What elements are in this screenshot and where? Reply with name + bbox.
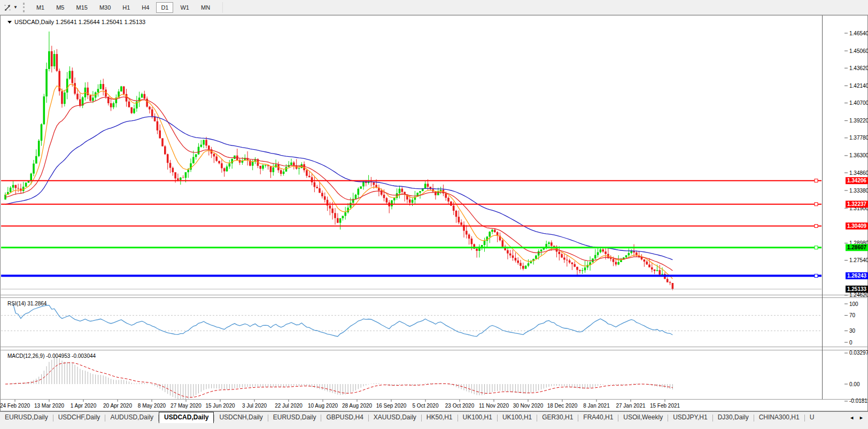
time-axis-label: 1 Apr 2020 (71, 403, 97, 409)
level-price-tag-text: 1.28607 (847, 244, 867, 250)
chart-tab-eurusd-daily[interactable]: EURUSD,Daily (268, 412, 321, 424)
current-price-tag-text: 1.25133 (847, 286, 867, 292)
macd-axis-label: -0.018154 (849, 398, 868, 404)
time-axis-label: 27 Jan 2021 (616, 403, 645, 409)
price-axis-label: 1.43620 (849, 65, 868, 71)
price-axis-label: 1.36300 (849, 152, 868, 158)
chart-window: 1.465401.450601.436201.421401.407001.392… (0, 15, 868, 411)
time-axis-label: 22 Jul 2020 (275, 403, 303, 409)
time-axis-label: 28 Aug 2020 (342, 403, 373, 409)
level-price-tag-text: 1.30409 (847, 223, 867, 229)
bottom-strip (0, 423, 868, 429)
time-axis-label: 8 Jan 2021 (583, 403, 610, 409)
time-axis-label: 18 Dec 2020 (547, 403, 578, 409)
chart-tabs-bar: EURUSD,DailyUSDCHF,DailyAUDUSD,DailyUSDC… (0, 411, 868, 424)
time-axis-label: 13 Mar 2020 (34, 403, 65, 409)
level-line-handle (815, 246, 818, 249)
cursor-tool-glyph (3, 3, 12, 12)
price-axis-label: 1.45060 (849, 48, 868, 54)
timeframe-button-M15[interactable]: M15 (71, 2, 92, 13)
toolbar-grip[interactable] (23, 3, 25, 12)
chart-tab-usdjpy-h1[interactable]: USDJPY,H1 (668, 412, 712, 424)
time-axis-label: 23 Oct 2020 (445, 403, 475, 409)
tabs-scroll-arrows: ◄ ► (845, 412, 868, 424)
time-axis-label: 15 Jun 2020 (205, 403, 235, 409)
timeframe-button-H1[interactable]: H1 (118, 2, 135, 13)
time-axis-label: 15 Feb 2021 (650, 403, 680, 409)
tabs-scroll-right-icon[interactable]: ► (859, 415, 864, 420)
price-axis-label: 1.46540 (849, 30, 868, 36)
time-axis-label: 5 Oct 2020 (413, 403, 439, 409)
chart-tab-dj30-daily[interactable]: DJ30,Daily (713, 412, 754, 424)
time-axis-label: 8 May 2020 (138, 403, 166, 409)
level-line-handle (815, 203, 818, 206)
rsi-axis-label: 0 (849, 340, 852, 346)
toolbar-separator (222, 2, 223, 13)
level-price-tag-text: 1.34206 (847, 178, 867, 183)
chart-tab-usdcad-daily[interactable]: USDCAD,Daily (159, 412, 214, 424)
chart-tab-gbpusd-h4[interactable]: GBPUSD,H4 (321, 412, 368, 424)
timeframe-button-M5[interactable]: M5 (51, 2, 69, 13)
time-axis-label: 30 Nov 2020 (513, 403, 544, 409)
rsi-axis-label: 30 (849, 328, 856, 334)
price-axis-label: 1.37780 (849, 135, 868, 141)
chart-tab-usoil-weekly[interactable]: USOil,Weekly (618, 412, 668, 424)
price-axis-label: 1.34860 (849, 170, 868, 176)
time-axis-label: 20 Apr 2020 (103, 403, 132, 409)
chart-tab-audusd-daily[interactable]: AUDUSD,Daily (105, 412, 158, 424)
price-axis-label: 1.39220 (849, 118, 868, 124)
level-line-handle (815, 225, 818, 228)
chart-tab-hk50-h1[interactable]: HK50,H1 (422, 412, 458, 424)
chart-tab-fra40-h1[interactable]: FRA40,H1 (578, 412, 618, 424)
chart-tab-usdcnh-daily[interactable]: USDCNH,Daily (214, 412, 267, 424)
rsi-axis-label: 100 (849, 301, 858, 307)
timeframe-button-W1[interactable]: W1 (175, 2, 194, 13)
time-axis-label: 3 Jul 2020 (242, 403, 267, 409)
price-axis-label: 1.24620 (849, 292, 868, 298)
chart-title: USDCAD,Daily 1.25641 1.25644 1.25041 1.2… (14, 19, 145, 25)
macd-axis-label: 0.032972 (849, 350, 868, 356)
level-price-tag-text: 1.32237 (847, 201, 867, 207)
time-axis-label: 16 Sep 2020 (376, 403, 407, 409)
tool-dropdown-caret-icon[interactable]: ▼ (13, 5, 18, 10)
rsi-indicator-label: RSI(14) 31.2864 (7, 301, 47, 307)
chart-tab-uk100-h1[interactable]: UK100,H1 (458, 412, 497, 424)
chart-tab-eurusd-daily[interactable]: EURUSD,Daily (0, 412, 53, 424)
timeframe-button-D1[interactable]: D1 (156, 2, 173, 13)
chart-tab-usdchf-daily[interactable]: USDCHF,Daily (53, 412, 105, 424)
timeframe-button-M30[interactable]: M30 (95, 2, 115, 13)
level-line-handle (815, 179, 818, 182)
macd-axis-label: 0.00 (849, 381, 860, 387)
chart-tab-ger30-h1[interactable]: GER30,H1 (537, 412, 578, 424)
level-line-handle (815, 274, 818, 278)
chart-tab-uk100-h1[interactable]: UK100,H1 (498, 412, 537, 424)
price-axis-label: 1.40700 (849, 100, 868, 106)
timeframe-button-H4[interactable]: H4 (137, 2, 154, 13)
chart-tabs-list: EURUSD,DailyUSDCHF,DailyAUDUSD,DailyUSDC… (0, 412, 845, 424)
macd-indicator-label: MACD(12,26,9) -0.004953 -0.003044 (7, 353, 96, 359)
rsi-axis-label: 70 (849, 312, 856, 318)
chart-background (0, 15, 868, 411)
price-axis-label: 1.33380 (849, 188, 868, 194)
cursor-tool-icon[interactable] (3, 3, 12, 12)
price-axis-label: 1.42140 (849, 83, 868, 89)
timeframe-button-M1[interactable]: M1 (32, 2, 49, 13)
level-price-tag-text: 1.26243 (847, 273, 867, 279)
chart-tab-u[interactable]: U (805, 412, 819, 424)
price-axis-label: 1.27540 (849, 257, 868, 263)
timeframe-toolbar: ▼ M1M5M15M30H1H4D1W1MN (0, 0, 868, 15)
chart-tab-xauusd-daily[interactable]: XAUUSD,Daily (369, 412, 421, 424)
timeframe-buttons-group: M1M5M15M30H1H4D1W1MN (30, 2, 216, 13)
time-axis-label: 24 Feb 2020 (0, 403, 30, 409)
time-axis-label: 27 May 2020 (170, 403, 201, 409)
tabs-scroll-left-icon[interactable]: ◄ (849, 415, 854, 420)
price-chart-canvas[interactable]: 1.465401.450601.436201.421401.407001.392… (0, 15, 868, 411)
timeframe-button-MN[interactable]: MN (196, 2, 215, 13)
chart-tab-china300-h1[interactable]: CHINA300,H1 (754, 412, 804, 424)
time-axis-label: 11 Nov 2020 (479, 403, 509, 409)
time-axis-label: 10 Aug 2020 (308, 403, 338, 409)
